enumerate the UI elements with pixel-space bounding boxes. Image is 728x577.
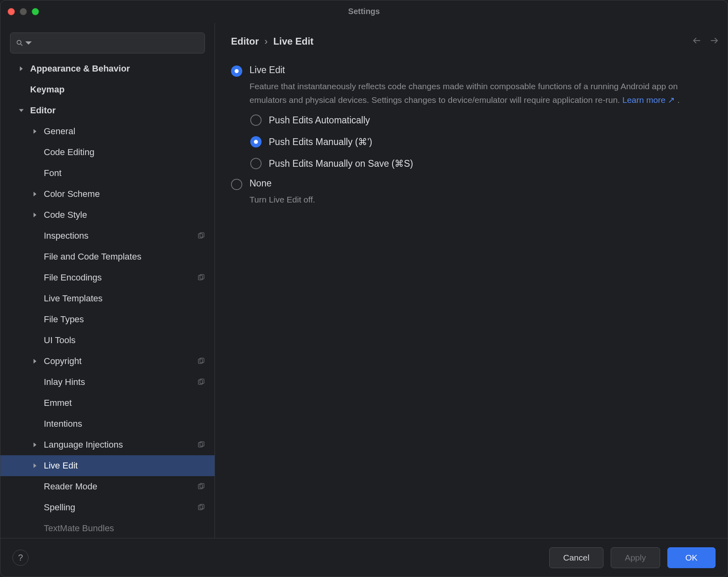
sub-option-radio-1[interactable]: [250, 136, 262, 147]
tree-item-keymap[interactable]: Keymap: [0, 79, 215, 100]
help-button[interactable]: ?: [12, 550, 29, 566]
tree-item-label: Live Templates: [44, 293, 102, 304]
option-live-edit-label[interactable]: Live Edit: [249, 65, 720, 76]
nav-back-icon[interactable]: [691, 35, 702, 47]
tree-item-file-encodings[interactable]: File Encodings: [0, 267, 215, 288]
project-scheme-icon: [198, 358, 205, 365]
project-scheme-icon: [198, 232, 205, 239]
window-title: Settings: [0, 7, 728, 16]
tree-item-appearance-behavior[interactable]: Appearance & Behavior: [0, 58, 215, 79]
search-icon: [16, 39, 33, 47]
sidebar: Appearance & BehaviorKeymapEditorGeneral…: [0, 23, 215, 538]
tree-item-intentions[interactable]: Intentions: [0, 413, 215, 434]
search-container: [0, 33, 215, 58]
svg-line-1: [21, 44, 22, 46]
option-none: None Turn Live Edit off.: [231, 178, 720, 207]
tree-item-label: Editor: [30, 105, 56, 116]
tree-item-inspections[interactable]: Inspections: [0, 225, 215, 246]
chevron-icon[interactable]: [16, 66, 26, 72]
project-scheme-icon: [198, 441, 205, 448]
chevron-icon[interactable]: [30, 212, 40, 218]
nav-arrows: [691, 35, 720, 47]
option-none-label[interactable]: None: [249, 178, 720, 189]
tree-item-label: File Encodings: [44, 272, 102, 283]
tree-item-inlay-hints[interactable]: Inlay Hints: [0, 372, 215, 393]
project-scheme-icon: [198, 274, 205, 281]
tree-item-live-templates[interactable]: Live Templates: [0, 288, 215, 309]
chevron-icon[interactable]: [30, 358, 40, 364]
footer: ? Cancel Apply OK: [0, 538, 728, 577]
tree-item-file-and-code-templates[interactable]: File and Code Templates: [0, 246, 215, 267]
sub-option-0: Push Edits Automatically: [250, 115, 720, 126]
tree-item-label: Intentions: [44, 419, 82, 429]
learn-more-link[interactable]: Learn more ↗: [622, 95, 675, 104]
tree-item-code-style[interactable]: Code Style: [0, 205, 215, 225]
cancel-button[interactable]: Cancel: [549, 547, 603, 568]
tree-item-copyright[interactable]: Copyright: [0, 351, 215, 372]
window-controls: [8, 8, 39, 15]
sub-option-label-2[interactable]: Push Edits Manually on Save (⌘S): [269, 158, 413, 169]
tree-item-label: Font: [44, 168, 61, 178]
minimize-window-button[interactable]: [20, 8, 27, 15]
tree-item-emmet[interactable]: Emmet: [0, 393, 215, 413]
sub-option-radio-0[interactable]: [250, 115, 262, 126]
tree-item-spelling[interactable]: Spelling: [0, 497, 215, 518]
tree-item-label: Code Style: [44, 210, 87, 220]
tree-item-label: Language Injections: [44, 440, 123, 450]
option-none-desc: Turn Live Edit off.: [249, 193, 699, 207]
tree-item-label: Emmet: [44, 398, 72, 408]
external-link-icon: ↗: [668, 95, 675, 104]
live-edit-sub-options: Push Edits AutomaticallyPush Edits Manua…: [250, 115, 720, 169]
chevron-icon[interactable]: [16, 108, 26, 113]
tree-item-label: Color Scheme: [44, 189, 100, 199]
breadcrumb-row: Editor › Live Edit: [231, 34, 720, 49]
tree-item-code-editing[interactable]: Code Editing: [0, 142, 215, 163]
tree-item-label: Live Edit: [44, 460, 78, 471]
tree-item-editor[interactable]: Editor: [0, 100, 215, 121]
tree-item-font[interactable]: Font: [0, 163, 215, 184]
tree-item-label: Copyright: [44, 356, 82, 366]
tree-item-language-injections[interactable]: Language Injections: [0, 434, 215, 455]
tree-item-ui-tools[interactable]: UI Tools: [0, 330, 215, 351]
chevron-icon[interactable]: [30, 442, 40, 448]
sub-option-label-1[interactable]: Push Edits Manually (⌘'): [269, 137, 372, 147]
chevron-icon[interactable]: [30, 463, 40, 469]
option-live-edit-desc: Feature that instantaneously reflects co…: [249, 80, 699, 106]
tree-item-label: General: [44, 126, 75, 137]
tree-item-label: File Types: [44, 314, 84, 325]
sub-option-2: Push Edits Manually on Save (⌘S): [250, 158, 720, 169]
tree-item-color-scheme[interactable]: Color Scheme: [0, 184, 215, 205]
nav-forward-icon[interactable]: [709, 35, 720, 47]
option-live-edit: Live Edit Feature that instantaneously r…: [231, 65, 720, 169]
breadcrumb-parent[interactable]: Editor: [231, 36, 259, 47]
main-panel: Editor › Live Edit Live Edit: [215, 23, 728, 538]
sub-option-radio-2[interactable]: [250, 158, 262, 169]
project-scheme-icon: [198, 504, 205, 511]
tree-item-label: Spelling: [44, 502, 75, 513]
titlebar: Settings: [0, 0, 728, 23]
tree-item-textmate-bundles[interactable]: TextMate Bundles: [0, 518, 215, 538]
search-input[interactable]: [10, 33, 205, 53]
breadcrumb-separator: ›: [264, 36, 268, 47]
close-window-button[interactable]: [8, 8, 15, 15]
chevron-icon[interactable]: [30, 129, 40, 134]
sub-option-1: Push Edits Manually (⌘'): [250, 136, 720, 147]
ok-button[interactable]: OK: [667, 547, 716, 568]
tree-item-file-types[interactable]: File Types: [0, 309, 215, 330]
tree-item-label: Inspections: [44, 231, 88, 241]
settings-tree: Appearance & BehaviorKeymapEditorGeneral…: [0, 58, 215, 538]
radio-none[interactable]: [231, 179, 242, 190]
tree-item-general[interactable]: General: [0, 121, 215, 142]
radio-live-edit[interactable]: [231, 65, 242, 77]
maximize-window-button[interactable]: [32, 8, 39, 15]
breadcrumb-current: Live Edit: [273, 36, 313, 47]
tree-item-label: UI Tools: [44, 335, 76, 346]
tree-item-reader-mode[interactable]: Reader Mode: [0, 476, 215, 497]
tree-item-live-edit[interactable]: Live Edit: [0, 455, 215, 476]
sub-option-label-0[interactable]: Push Edits Automatically: [269, 115, 370, 126]
chevron-icon[interactable]: [30, 191, 40, 197]
tree-item-label: Reader Mode: [44, 481, 97, 492]
project-scheme-icon: [198, 483, 205, 490]
apply-button: Apply: [611, 547, 660, 568]
tree-item-label: Appearance & Behavior: [30, 63, 130, 74]
